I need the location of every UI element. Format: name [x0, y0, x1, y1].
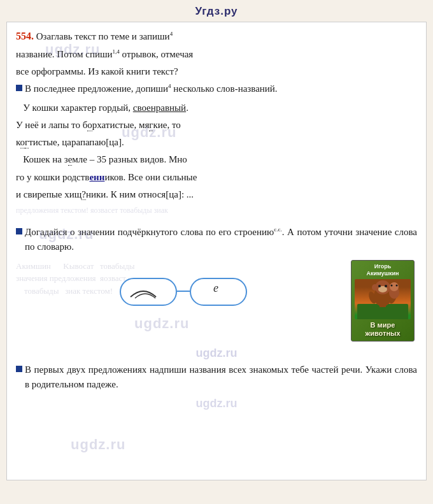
ra-letters: ра	[71, 137, 80, 147]
bullet-icon-3	[16, 366, 22, 372]
glasses-oval-right	[190, 278, 247, 306]
author-line-2: Акимушкин	[366, 270, 399, 277]
task-number: 554.	[16, 31, 34, 41]
sup-b1: 4	[168, 83, 171, 89]
word-svoenvavny: своенравный	[133, 103, 186, 113]
final-watermark: ugdz.ru	[16, 397, 417, 410]
glasses-oval-left	[120, 278, 177, 306]
bullet-icon-1	[16, 85, 22, 91]
text-para-1: У кошки характер гордый, своенравный.	[16, 101, 417, 115]
bullet-text-3: В первых двух предложениях надпиши на­зв…	[25, 363, 417, 392]
dot-e: е	[68, 154, 73, 166]
site-header: Угдз.ру	[6, 5, 427, 18]
sup-2: 1,4	[113, 48, 120, 55]
bottom-watermark: ugdz.ru	[16, 347, 417, 360]
svg-point-7	[378, 285, 381, 287]
watermark-5: ugdz.ru	[71, 436, 125, 453]
page-container: Угдз.ру ugdz.ru ugdz.ru ugdz.ru ugdz.ru …	[0, 0, 433, 504]
sup-ss: с.с.	[274, 226, 282, 233]
book-title-line-2: животных	[365, 329, 400, 337]
text-para-4: Кошек на земле – 35 разных видов. Мно­	[16, 152, 417, 167]
question-n: ?	[82, 189, 86, 200]
task-instruction-3: все орфограммы. Из какой книги текст?	[16, 64, 417, 79]
svg-point-13	[391, 285, 393, 287]
sup-1: 4	[170, 31, 173, 37]
nn-highlight: енн	[89, 172, 104, 182]
text-para-6: и свирепые хищ?ники. К ним относя[ца]: .…	[16, 187, 417, 202]
author-line-1: Игорь	[374, 263, 392, 270]
dot-g-2: г	[25, 137, 29, 148]
book-author: Игорь Акимушкин	[366, 263, 399, 278]
book-illustration	[355, 279, 411, 319]
svg-point-8	[385, 285, 387, 287]
bullet-row-3: В первых двух предложениях надпиши на­зв…	[16, 363, 417, 392]
svg-point-14	[396, 285, 398, 287]
dot-o-1: о	[87, 120, 92, 131]
bullet-text-2: Догадайся о значении подчёркнутого слова…	[25, 225, 417, 255]
task-instruction-2: название. Потом спиши1,4 отрывок, отмеча…	[16, 47, 417, 62]
glasses-figure: е	[117, 273, 250, 311]
text-para-5: го у кошки родственников. Все они сильны…	[16, 170, 417, 185]
bullet-row-2: Догадайся о значении подчёркнутого слова…	[16, 225, 417, 255]
text-para-2: У неё и лапы то борхатистые, мягкие, то	[16, 118, 417, 133]
book-title: В мире животных	[365, 321, 400, 338]
glasses-bridge	[177, 291, 190, 292]
faded-area: предложения текстом! яозвасет товабыды з…	[16, 205, 417, 224]
square-bracket-1: [ца]	[106, 137, 122, 147]
glasses-letter: е	[213, 282, 218, 295]
faded-text: предложения текстом! яозвасет товабыды з…	[16, 205, 417, 216]
book-image: Игорь Акимушкин	[351, 260, 415, 342]
dot-g: г	[149, 120, 153, 131]
text-para-3: когтистые, царапапаю[ца].	[16, 135, 417, 150]
dot-o-2: о	[20, 137, 25, 148]
svg-point-12	[390, 282, 399, 291]
left-curves-svg	[121, 279, 178, 307]
square-bracket-2: [ца]	[166, 189, 181, 199]
left-area: е	[16, 260, 351, 315]
monkey-svg	[357, 279, 408, 319]
instruction-text-1: Озаглавь текст по теме и запиши4	[36, 31, 173, 41]
content-box: ugdz.ru ugdz.ru ugdz.ru ugdz.ru ugdz.ru …	[6, 22, 427, 480]
middle-section: Акимшин Kывосат товабыды значения предло…	[16, 260, 417, 343]
book-title-line-1: В мире	[371, 321, 395, 329]
task-header: 554. Озаглавь текст по теме и запиши4	[16, 29, 417, 45]
bullet-icon-2	[16, 228, 22, 234]
svg-point-4	[372, 284, 378, 291]
bullet-text-1: В последнее предложение, допиши4 не­скол…	[25, 82, 417, 96]
bullet-row-1: В последнее предложение, допиши4 не­скол…	[16, 82, 417, 96]
